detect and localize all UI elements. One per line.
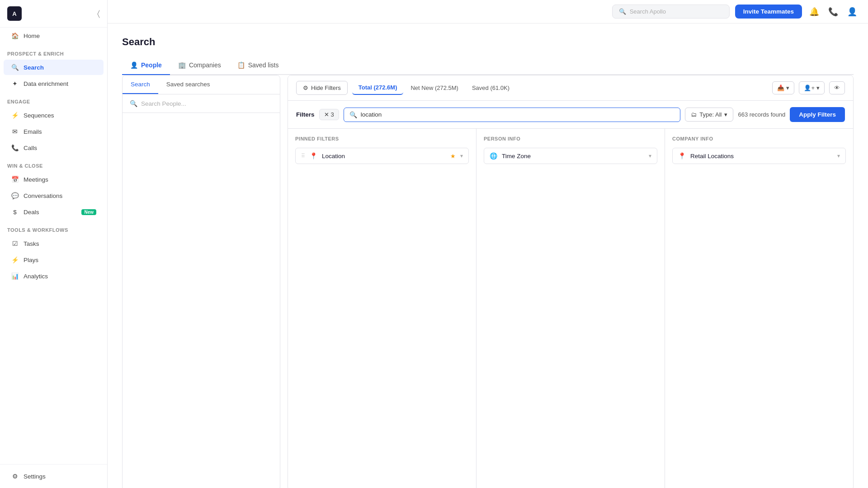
sidebar-analytics-label: Analytics bbox=[24, 273, 48, 280]
calls-icon: 📞 bbox=[11, 144, 19, 152]
deals-badge: New bbox=[81, 209, 96, 215]
sidebar-item-conversations[interactable]: 💬 Conversations bbox=[4, 188, 104, 203]
stat-saved[interactable]: Saved (61.0K) bbox=[466, 81, 516, 94]
right-panel: ⚙ Hide Filters Total (272.6M) Net New (2… bbox=[288, 75, 854, 488]
search-people-icon: 🔍 bbox=[130, 100, 137, 107]
retail-location-icon: 📍 bbox=[678, 152, 686, 160]
page-content: Search 👤 People 🏢 Companies 📋 Saved list… bbox=[108, 23, 868, 488]
tab-companies-label: Companies bbox=[189, 61, 221, 69]
timezone-label: Time Zone bbox=[502, 153, 644, 160]
sidebar-item-sequences[interactable]: ⚡ Sequences bbox=[4, 108, 104, 123]
retail-locations-label: Retail Locations bbox=[690, 153, 833, 160]
sidebar-deals-label: Deals bbox=[24, 209, 39, 216]
filter-search-field[interactable] bbox=[361, 111, 675, 118]
conversations-icon: 💬 bbox=[11, 192, 19, 200]
sidebar-item-tasks[interactable]: ☑ Tasks bbox=[4, 236, 104, 251]
sidebar-item-emails[interactable]: ✉ Emails bbox=[4, 124, 104, 139]
sidebar-search-label: Search bbox=[24, 64, 44, 71]
filter-option-location[interactable]: ⠿ 📍 Location ★ ▾ bbox=[295, 148, 469, 164]
export-dropdown-icon: ▾ bbox=[786, 84, 789, 91]
deals-icon: $ bbox=[11, 208, 19, 216]
search-apollo-input[interactable]: 🔍 Search Apollo bbox=[612, 5, 730, 19]
filter-sliders-icon: ⚙ bbox=[303, 84, 308, 91]
section-engage: Engage bbox=[0, 92, 107, 107]
briefcase-icon: 🗂 bbox=[691, 111, 697, 118]
hide-filters-button[interactable]: ⚙ Hide Filters bbox=[296, 81, 348, 95]
sidebar-emails-label: Emails bbox=[24, 128, 42, 135]
person-info-col: Person Info 🌐 Time Zone ▾ bbox=[476, 129, 665, 488]
location-icon: 📍 bbox=[310, 152, 317, 160]
page-title: Search bbox=[122, 36, 854, 48]
tab-saved-lists-label: Saved lists bbox=[248, 61, 279, 69]
apply-filters-button[interactable]: Apply Filters bbox=[790, 107, 845, 122]
notifications-icon[interactable]: 🔔 bbox=[807, 5, 821, 19]
filter-option-retail-locations[interactable]: 📍 Retail Locations ▾ bbox=[672, 148, 846, 164]
pinned-star-icon: ★ bbox=[450, 153, 456, 160]
section-prospect: Prospect & enrich bbox=[0, 44, 107, 59]
app-logo: A bbox=[7, 6, 22, 21]
tab-people-label: People bbox=[141, 61, 162, 69]
panel-row: Search Saved searches 🔍 ⚙ Hide Filters bbox=[122, 75, 854, 488]
timezone-icon: 🌐 bbox=[490, 152, 497, 160]
search-people-field[interactable] bbox=[141, 100, 273, 107]
stat-total[interactable]: Total (272.6M) bbox=[352, 81, 404, 95]
tasks-icon: ☑ bbox=[11, 239, 19, 248]
phone-icon[interactable]: 📞 bbox=[826, 5, 840, 19]
filters-label: Filters bbox=[296, 111, 315, 118]
search-icon: 🔍 bbox=[11, 63, 19, 71]
stat-net-new[interactable]: Net New (272.5M) bbox=[404, 81, 464, 94]
sidebar-toggle-icon[interactable]: 〈 bbox=[97, 9, 100, 19]
view-toggle-button[interactable]: 👁 bbox=[829, 81, 845, 94]
drag-handle-icon[interactable]: ⠿ bbox=[301, 153, 305, 159]
left-panel: Search Saved searches 🔍 bbox=[122, 75, 280, 488]
tab-saved-lists[interactable]: 📋 Saved lists bbox=[229, 57, 287, 75]
sidebar-item-plays[interactable]: ⚡ Plays bbox=[4, 252, 104, 267]
section-tools: Tools & workflows bbox=[0, 220, 107, 235]
saved-lists-tab-icon: 📋 bbox=[237, 61, 245, 69]
clear-x-icon: ✕ bbox=[324, 111, 329, 118]
add-to-list-button[interactable]: 👤+ ▾ bbox=[799, 81, 825, 94]
sidebar-item-settings[interactable]: ⚙ Settings bbox=[4, 469, 104, 484]
companies-tab-icon: 🏢 bbox=[178, 61, 186, 69]
filter-search-icon: 🔍 bbox=[349, 111, 357, 118]
plays-icon: ⚡ bbox=[11, 256, 19, 264]
sidebar-logo: A 〈 bbox=[0, 0, 107, 28]
pinned-filters-col: Pinned Filters ⠿ 📍 Location ★ ▾ bbox=[288, 129, 476, 488]
user-avatar-icon[interactable]: 👤 bbox=[845, 5, 859, 19]
add-person-icon: 👤+ bbox=[804, 84, 815, 91]
filter-option-timezone[interactable]: 🌐 Time Zone ▾ bbox=[484, 148, 657, 164]
sidebar-item-deals[interactable]: $ Deals New bbox=[4, 204, 104, 220]
export-button[interactable]: 📥 ▾ bbox=[772, 81, 794, 94]
search-people-input-row: 🔍 bbox=[123, 94, 280, 113]
sidebar-conversations-label: Conversations bbox=[24, 192, 62, 199]
pinned-filters-title: Pinned Filters bbox=[295, 136, 469, 141]
sidebar-item-search[interactable]: 🔍 Search bbox=[4, 60, 104, 75]
sequences-icon: ⚡ bbox=[11, 111, 19, 119]
filter-clear-button[interactable]: ✕ 3 bbox=[319, 109, 339, 120]
type-dropdown-chevron: ▾ bbox=[724, 111, 727, 118]
sidebar-item-calls[interactable]: 📞 Calls bbox=[4, 140, 104, 155]
sidebar-plays-label: Plays bbox=[24, 257, 38, 263]
sub-tab-saved-searches[interactable]: Saved searches bbox=[158, 75, 218, 94]
sub-tab-search[interactable]: Search bbox=[123, 75, 158, 94]
sidebar-settings-label: Settings bbox=[24, 473, 46, 480]
stats-row: Total (272.6M) Net New (272.5M) Saved (6… bbox=[352, 81, 768, 95]
sidebar-item-analytics[interactable]: 📊 Analytics bbox=[4, 268, 104, 284]
search-apollo-icon: 🔍 bbox=[619, 8, 626, 15]
sidebar-item-home[interactable]: 🏠 Home bbox=[4, 28, 104, 43]
company-info-col: Company Info 📍 Retail Locations ▾ bbox=[665, 129, 853, 488]
type-dropdown[interactable]: 🗂 Type: All ▾ bbox=[685, 108, 733, 122]
home-icon: 🏠 bbox=[11, 32, 19, 40]
tab-companies[interactable]: 🏢 Companies bbox=[170, 57, 229, 75]
sidebar-item-meetings[interactable]: 📅 Meetings bbox=[4, 172, 104, 187]
filter-search-input-row: 🔍 bbox=[344, 108, 681, 122]
enrichment-icon: ✦ bbox=[11, 80, 19, 88]
invite-teammates-button[interactable]: Invite Teammates bbox=[735, 5, 802, 19]
person-info-title: Person Info bbox=[484, 136, 657, 141]
sidebar-item-data-enrichment[interactable]: ✦ Data enrichment bbox=[4, 76, 104, 91]
tab-people[interactable]: 👤 People bbox=[122, 57, 170, 75]
hide-filters-label: Hide Filters bbox=[311, 84, 341, 91]
sidebar-sequences-label: Sequences bbox=[24, 112, 54, 119]
sidebar: A 〈 🏠 Home Prospect & enrich 🔍 Search ✦ … bbox=[0, 0, 108, 488]
people-tab-icon: 👤 bbox=[130, 61, 138, 69]
